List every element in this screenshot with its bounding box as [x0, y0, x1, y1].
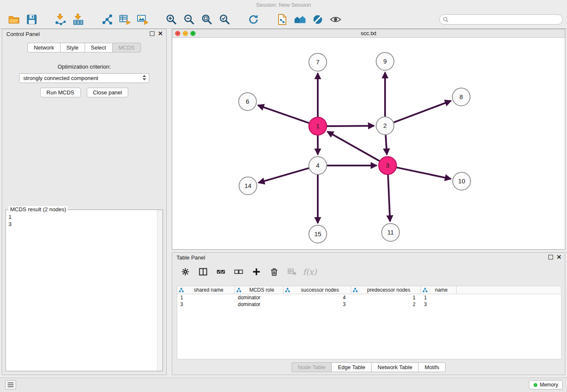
tab-style[interactable]: Style — [60, 43, 85, 52]
export-network-icon[interactable] — [100, 13, 114, 26]
select-all-icon[interactable] — [215, 266, 226, 277]
close-table-panel-icon[interactable]: ✕ — [556, 255, 561, 259]
close-panel-button[interactable]: Close panel — [87, 88, 129, 97]
add-icon[interactable] — [251, 266, 262, 277]
graph-edge-2-8[interactable] — [394, 101, 451, 122]
table-panel-header: Table Panel ✕ — [172, 253, 565, 263]
graph-node-8[interactable]: 8 — [452, 88, 470, 106]
table-row[interactable]: 3dominator323 — [177, 301, 561, 308]
graph-node-11[interactable]: 11 — [382, 224, 399, 241]
graph-node-14[interactable]: 14 — [239, 177, 257, 195]
tab-node-table[interactable]: Node Table — [292, 362, 332, 372]
columns-icon[interactable] — [198, 266, 209, 277]
column-header-filler — [457, 286, 561, 294]
minimize-window-icon[interactable]: − — [183, 31, 188, 36]
column-header-name[interactable]: name — [421, 286, 457, 294]
import-network-icon[interactable] — [54, 13, 67, 26]
control-panel-header: Control Panel ✕ — [2, 29, 166, 39]
graph-edge-1-6[interactable] — [258, 105, 309, 123]
table-cell[interactable]: dominator — [235, 294, 284, 301]
graph-node-6[interactable]: 6 — [239, 93, 256, 110]
graph-edge-1-2[interactable] — [327, 126, 374, 126]
open-folder-icon[interactable] — [7, 13, 21, 26]
toolbar-group — [162, 13, 234, 26]
graph-edge-3-1[interactable] — [328, 132, 380, 161]
graph-node-10[interactable]: 10 — [453, 172, 471, 190]
node-label: 11 — [387, 229, 394, 236]
style-icon[interactable] — [311, 13, 325, 26]
table-cell[interactable]: 1 — [177, 294, 235, 301]
search-input[interactable] — [451, 17, 559, 22]
export-table-icon[interactable] — [118, 13, 132, 26]
tab-select[interactable]: Select — [85, 43, 112, 52]
select-arrows-icon — [143, 75, 146, 82]
table-cell[interactable]: dominator — [235, 301, 284, 308]
table-cell[interactable]: 1 — [351, 294, 421, 301]
tab-network[interactable]: Network — [28, 43, 60, 52]
refresh-icon[interactable] — [247, 13, 260, 26]
graph-edge-3-11[interactable] — [388, 175, 390, 221]
graph-node-15[interactable]: 15 — [309, 225, 327, 243]
run-mcds-button[interactable]: Run MCDS — [40, 88, 81, 97]
column-header-MCDS-role[interactable]: MCDS role — [235, 286, 284, 294]
tab-mcds[interactable]: MCDS — [112, 43, 141, 52]
network-graph: 7968124314101511 — [172, 38, 565, 249]
trash-icon[interactable] — [269, 266, 280, 277]
table-cell[interactable]: 4 — [284, 294, 351, 301]
close-window-icon[interactable]: × — [175, 31, 180, 36]
tab-network-table[interactable]: Network Table — [371, 362, 418, 372]
zoom-selected-icon[interactable] — [218, 13, 231, 26]
save-icon[interactable] — [25, 13, 39, 26]
tab-edge-table[interactable]: Edge Table — [331, 362, 371, 372]
node-table: shared nameMCDS rolesuccessor nodesprede… — [177, 286, 561, 359]
gear-icon[interactable] — [180, 266, 191, 277]
close-panel-icon[interactable]: ✕ — [158, 31, 163, 36]
import-table-icon[interactable] — [72, 13, 85, 26]
table-cell[interactable]: 1 — [421, 294, 457, 301]
column-header-label: MCDS role — [242, 287, 281, 293]
table-cell[interactable]: 3 — [177, 301, 235, 308]
graph-node-2[interactable]: 2 — [376, 117, 394, 135]
search-box[interactable] — [439, 14, 563, 25]
table-cell[interactable]: 3 — [284, 301, 351, 308]
document-network-icon[interactable] — [275, 13, 289, 26]
table-cell[interactable]: 2 — [351, 301, 421, 308]
graph-node-1[interactable]: 1 — [309, 117, 327, 135]
graph-node-9[interactable]: 9 — [376, 52, 394, 70]
column-header-successor-nodes[interactable]: successor nodes — [284, 286, 351, 294]
result-scrollbar[interactable] — [157, 210, 162, 371]
table-cell[interactable]: 3 — [421, 301, 457, 308]
maximize-window-icon[interactable]: + — [190, 31, 195, 36]
control-panel: Control Panel ✕ NetworkStyleSelectMCDS O… — [2, 29, 167, 375]
export-image-icon[interactable] — [136, 13, 149, 26]
mcds-result-title: MCDS result (2 nodes) — [8, 206, 68, 213]
control-panel-title: Control Panel — [6, 31, 40, 37]
memory-button[interactable]: Memory — [529, 380, 563, 389]
column-header-shared-name[interactable]: shared name — [177, 286, 235, 294]
graph-node-4[interactable]: 4 — [309, 157, 327, 174]
table-toolbar: f(x) — [180, 265, 315, 279]
graph-edge-4-14[interactable] — [259, 168, 309, 183]
home-icon[interactable] — [293, 13, 307, 26]
tab-motifs[interactable]: Motifs — [418, 362, 446, 372]
column-header-label: name — [428, 287, 454, 293]
task-history-button[interactable] — [5, 380, 16, 389]
zoom-fit-icon[interactable] — [200, 13, 214, 26]
zoom-out-icon[interactable] — [182, 13, 196, 26]
zoom-in-icon[interactable] — [165, 13, 178, 26]
network-canvas[interactable]: 7968124314101511 — [172, 38, 565, 249]
graph-node-7[interactable]: 7 — [309, 53, 327, 71]
eye-icon[interactable] — [329, 13, 342, 26]
graph-node-3[interactable]: 3 — [379, 157, 396, 174]
graph-edge-2-3[interactable] — [385, 135, 387, 155]
optimization-criterion-select[interactable]: strongly connected component — [19, 73, 149, 83]
graph-edge-3-10[interactable] — [397, 168, 451, 179]
table-header-row: shared nameMCDS rolesuccessor nodesprede… — [177, 286, 561, 294]
float-panel-icon[interactable] — [150, 31, 154, 36]
table-row[interactable]: 1dominator411 — [177, 294, 561, 301]
node-label: 6 — [246, 98, 249, 105]
column-header-predecessor-nodes[interactable]: predecessor nodes — [351, 286, 421, 294]
float-table-panel-icon[interactable] — [548, 255, 553, 259]
deselect-all-icon[interactable] — [233, 266, 244, 277]
table-panel: Table Panel ✕ f(x) shared nameMCDS roles… — [172, 252, 565, 375]
